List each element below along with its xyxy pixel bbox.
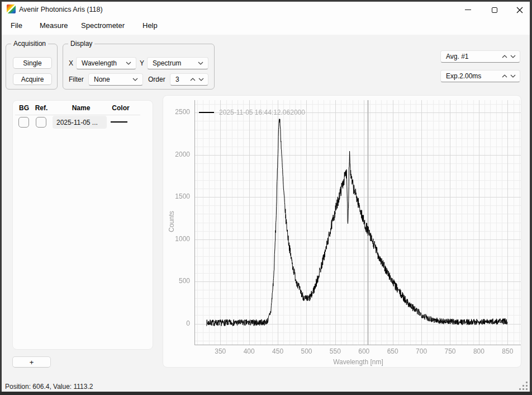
- window-border-bottom: [0, 392, 532, 395]
- resize-grip[interactable]: [519, 382, 528, 391]
- y-tick-label: 1500: [163, 192, 190, 200]
- display-group-label: Display: [68, 40, 94, 48]
- chart-legend: 2025-11-05 16:44:12.062000: [199, 109, 305, 116]
- x-tick-label: 700: [409, 347, 434, 355]
- maximize-button[interactable]: [483, 2, 506, 18]
- bg-checkbox[interactable]: [18, 117, 29, 128]
- y-axis-combo[interactable]: Spectrum: [147, 57, 208, 69]
- x-tick-label: 750: [438, 347, 462, 355]
- title-bar: Avenir Photonics Aris (118): [2, 2, 530, 18]
- menu-help[interactable]: Help: [142, 21, 158, 30]
- menu-measure[interactable]: Measure: [40, 21, 68, 30]
- x-tick-label: 800: [467, 347, 491, 355]
- column-header-name: Name: [64, 104, 98, 112]
- order-field-label: Order: [148, 76, 165, 83]
- display-group: Display X Wavelength Y Spectrum Filter N…: [63, 44, 215, 90]
- color-swatch[interactable]: [111, 121, 127, 123]
- window-border-left: [0, 0, 2, 395]
- legend-line-sample: [199, 112, 214, 113]
- app-icon: [7, 4, 16, 13]
- acquisition-group-label: Acquisition: [11, 40, 48, 48]
- menu-spectrometer[interactable]: Spectrometer: [81, 21, 125, 30]
- x-axis-field-label: X: [69, 59, 73, 67]
- chevron-down-icon: [132, 78, 138, 81]
- chevron-down-icon[interactable]: [510, 74, 516, 78]
- spectra-list-panel: BG Ref. Name Color 2025-11-05 ...: [12, 100, 153, 350]
- x-tick-label: 550: [323, 347, 348, 355]
- maximize-icon: [492, 7, 497, 13]
- acquire-button[interactable]: Acquire: [13, 73, 52, 85]
- minimize-button[interactable]: [456, 2, 479, 18]
- x-tick-label: 600: [352, 347, 376, 355]
- y-tick-label: 1000: [163, 235, 190, 243]
- y-axis-field-label: Y: [140, 59, 144, 67]
- y-axis-title: Counts: [168, 205, 175, 238]
- filter-combo[interactable]: None: [88, 73, 143, 86]
- order-spinbox[interactable]: 3: [170, 73, 208, 86]
- menu-bar: File Measure Spectrometer Help: [2, 18, 530, 35]
- add-spectrum-button[interactable]: +: [12, 356, 51, 368]
- column-header-bg: BG: [17, 104, 31, 112]
- y-tick-label: 0: [163, 319, 190, 327]
- x-tick-label: 650: [381, 347, 405, 355]
- close-button[interactable]: [508, 2, 531, 18]
- chevron-up-icon[interactable]: [502, 74, 507, 78]
- x-tick-label: 450: [265, 347, 290, 355]
- x-tick-label: 850: [495, 347, 520, 355]
- x-tick-label: 400: [237, 347, 262, 355]
- chevron-down-icon[interactable]: [198, 78, 204, 81]
- y-tick-label: 2500: [163, 108, 190, 116]
- spectrum-plot[interactable]: [163, 96, 521, 367]
- exposure-spinbox[interactable]: Exp.2.00ms: [440, 70, 520, 82]
- x-axis-combo[interactable]: Wavelength: [76, 57, 136, 69]
- chevron-down-icon: [198, 62, 203, 65]
- menu-file[interactable]: File: [11, 21, 22, 30]
- y-tick-label: 2000: [163, 151, 190, 158]
- chevron-down-icon: [126, 62, 131, 65]
- chart-panel: 2025-11-05 16:44:12.062000 Wavelength [n…: [163, 95, 521, 368]
- table-header-divider: [15, 115, 140, 115]
- legend-label: 2025-11-05 16:44:12.062000: [219, 109, 305, 116]
- chevron-up-icon[interactable]: [502, 55, 507, 58]
- app-window: Avenir Photonics Aris (118) File Measure…: [0, 0, 532, 395]
- filter-field-label: Filter: [69, 76, 84, 83]
- y-tick-label: 500: [163, 277, 190, 285]
- chevron-up-icon[interactable]: [190, 78, 196, 81]
- window-title: Avenir Photonics Aris (118): [19, 6, 103, 13]
- chevron-down-icon[interactable]: [510, 55, 516, 58]
- single-button[interactable]: Single: [13, 57, 52, 69]
- x-axis-title: Wavelength [nm]: [194, 358, 522, 366]
- status-bar-text: Position: 606.4, Value: 1113.2: [5, 383, 93, 391]
- window-border-top: [0, 0, 532, 2]
- column-header-ref: Ref.: [34, 104, 49, 112]
- x-tick-label: 500: [294, 347, 319, 355]
- spectrum-name-cell[interactable]: 2025-11-05 ...: [53, 116, 107, 129]
- minimize-icon: [465, 10, 471, 10]
- column-header-color: Color: [109, 104, 132, 112]
- close-icon: [516, 7, 523, 13]
- x-tick-label: 350: [208, 347, 232, 355]
- window-border-right: [530, 0, 532, 395]
- acquisition-group: Acquisition Single Acquire: [6, 44, 58, 90]
- average-spinbox[interactable]: Avg. #1: [440, 50, 520, 63]
- ref-checkbox[interactable]: [36, 117, 46, 128]
